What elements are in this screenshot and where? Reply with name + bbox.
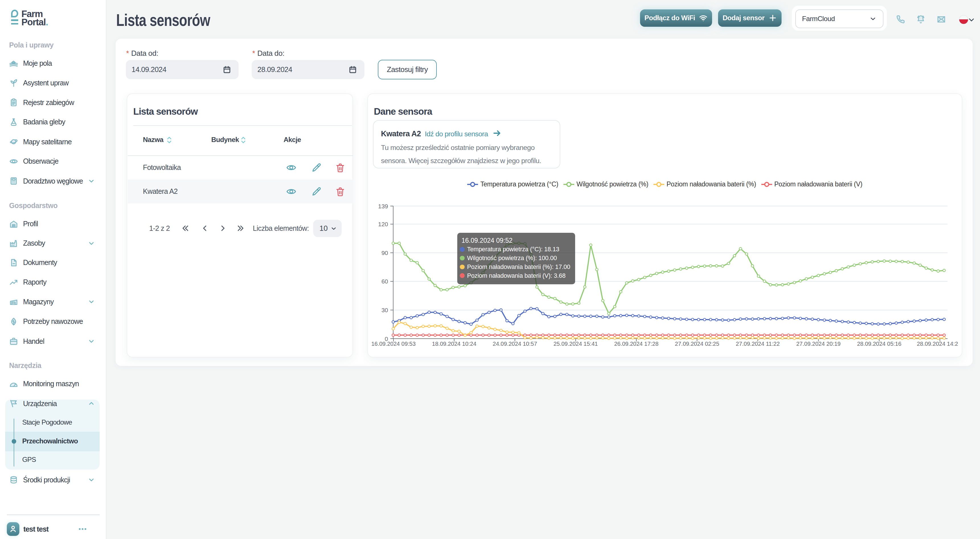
svg-text:28.09.2024 14:2: 28.09.2024 14:2	[917, 341, 958, 347]
svg-text:139: 139	[378, 203, 388, 210]
svg-text:60: 60	[382, 278, 388, 285]
svg-text:30: 30	[382, 307, 388, 313]
svg-text:24.09.2024 10:57: 24.09.2024 10:57	[493, 341, 537, 347]
svg-text:27.09.2024 11:22: 27.09.2024 11:22	[736, 341, 780, 347]
svg-text:28.09.2024 05:16: 28.09.2024 05:16	[857, 341, 901, 347]
svg-text:16.09.2024 09:53: 16.09.2024 09:53	[371, 341, 416, 347]
svg-text:27.09.2024 02:25: 27.09.2024 02:25	[675, 341, 719, 347]
svg-text:18.09.2024 10:24: 18.09.2024 10:24	[432, 341, 476, 347]
svg-text:120: 120	[378, 221, 388, 227]
svg-text:26.09.2024 17:28: 26.09.2024 17:28	[614, 341, 659, 347]
svg-text:90: 90	[382, 250, 388, 256]
svg-text:25.09.2024 15:41: 25.09.2024 15:41	[554, 341, 598, 347]
svg-text:27.09.2024 20:19: 27.09.2024 20:19	[796, 341, 841, 347]
